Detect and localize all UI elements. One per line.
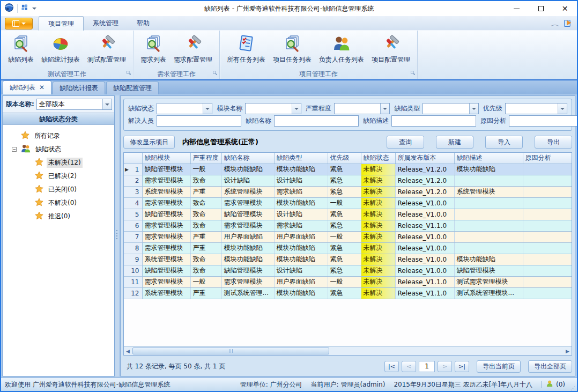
sidebar-splitter[interactable] bbox=[115, 95, 119, 376]
filter-select-caret-button[interactable] bbox=[558, 103, 567, 114]
grid-cell[interactable]: 一般 bbox=[190, 164, 221, 175]
grid-cell[interactable]: 紧急 bbox=[328, 209, 361, 220]
grid-cell[interactable]: 需求管理模块 bbox=[142, 231, 190, 242]
grid-cell[interactable]: 系统管理模块 bbox=[142, 186, 190, 197]
grid-cell[interactable] bbox=[523, 242, 572, 254]
grid-cell[interactable]: Release_V1.0.0 bbox=[395, 197, 454, 209]
ribbon-button-项目任务列表[interactable]: 项目任务列表 bbox=[269, 33, 315, 65]
scrollbar-thumb[interactable] bbox=[132, 347, 329, 354]
grid-cell[interactable]: Release_V1.0.0 bbox=[395, 209, 454, 220]
grid-cell[interactable]: 系统管理模块 bbox=[142, 287, 190, 299]
grid-cell[interactable]: 缺陷管理模块 bbox=[221, 209, 274, 220]
grid-row-3[interactable]: 3系统管理模块严重系统管理模块需求缺陷紧急未解决Release_V1.2.0系统… bbox=[124, 186, 572, 197]
tree-collapse-icon[interactable]: − bbox=[12, 147, 17, 152]
grid-cell[interactable]: 需求管理模块 bbox=[142, 242, 190, 254]
grid-cell[interactable] bbox=[523, 265, 572, 276]
grid-cell[interactable]: 紧急 bbox=[328, 220, 361, 231]
grid-cell[interactable]: 设计缺陷 bbox=[274, 209, 328, 220]
filter-input-缺陷名称[interactable] bbox=[274, 115, 359, 127]
version-select[interactable]: 全部版本 bbox=[36, 99, 112, 110]
grid-cell[interactable]: 需求管理模块 bbox=[221, 197, 274, 209]
grid-cell[interactable]: 未解决 bbox=[361, 231, 395, 242]
grid-cell[interactable]: 紧急 bbox=[328, 164, 361, 175]
grid-cell[interactable]: 用户界面缺陷 bbox=[274, 276, 328, 287]
grid-cell[interactable]: 需求管理模块 bbox=[142, 220, 190, 231]
dialog-launcher-icon[interactable] bbox=[213, 70, 218, 77]
grid-cell[interactable]: 未解决 bbox=[361, 164, 395, 175]
tree-item-所有记录[interactable]: 所有记录 bbox=[3, 129, 114, 143]
grid-cell[interactable]: 测试需求管理模块 bbox=[454, 276, 523, 287]
tab-close-icon[interactable]: ✕ bbox=[39, 81, 45, 94]
modify-columns-button[interactable]: 修改显示项目 bbox=[123, 136, 175, 149]
grid-cell[interactable]: 设计缺陷 bbox=[274, 265, 328, 276]
grid-cell[interactable]: 一般 bbox=[190, 276, 221, 287]
ribbon-collapse-icon[interactable]: ︿ bbox=[551, 20, 560, 28]
filter-select-严重程度[interactable] bbox=[334, 103, 390, 114]
grid-cell[interactable]: 模块功能缺陷 bbox=[274, 287, 328, 299]
grid-cell[interactable]: 致命 bbox=[190, 265, 221, 276]
grid-cell[interactable]: 严重 bbox=[190, 186, 221, 197]
grid-cell[interactable]: 致命 bbox=[190, 254, 221, 265]
grid-cell[interactable]: 模块功能缺陷 bbox=[221, 254, 274, 265]
row-header-cell[interactable]: 3 bbox=[124, 186, 142, 197]
grid-cell[interactable]: 紧急 bbox=[328, 242, 361, 254]
grid-row-11[interactable]: 11需求管理模块一般需求管理模块用户界面缺陷一般未解决Release_V1.1.… bbox=[124, 276, 572, 287]
grid-cell[interactable]: 设计缺陷 bbox=[274, 175, 328, 186]
grid-cell[interactable]: 系统管理模块 bbox=[454, 186, 523, 197]
close-button[interactable]: ✕ bbox=[553, 1, 577, 16]
grid-row-7[interactable]: 7需求管理模块严重用户界面缺陷用户界面缺陷一般未解决Release_V1.0.0 bbox=[124, 231, 572, 242]
grid-cell[interactable]: 需求缺陷 bbox=[274, 186, 328, 197]
grid-cell[interactable] bbox=[523, 175, 572, 186]
grid-row-12[interactable]: 12系统管理模块严重测试系统管理...模块功能缺陷紧急未解决Release_V1… bbox=[124, 287, 572, 299]
grid-cell[interactable]: 需求管理模块 bbox=[142, 197, 190, 209]
filter-select-caret-button[interactable] bbox=[469, 103, 478, 114]
row-header-cell[interactable]: 2 bbox=[124, 175, 142, 186]
query-button[interactable]: 查询 bbox=[387, 136, 424, 149]
grid-cell[interactable]: 严重 bbox=[190, 287, 221, 299]
grid-cell[interactable] bbox=[454, 242, 523, 254]
grid-cell[interactable]: 严重 bbox=[190, 231, 221, 242]
grid-cell[interactable]: 致命 bbox=[190, 220, 221, 231]
ribbon-tab-项目管理[interactable]: 项目管理 bbox=[39, 16, 84, 31]
grid-cell[interactable]: 未解决 bbox=[361, 254, 395, 265]
grid-cell[interactable] bbox=[523, 209, 572, 220]
row-header-cell[interactable]: 9 bbox=[124, 254, 142, 265]
tree-item-已解决(2)[interactable]: 已解决(2) bbox=[3, 169, 114, 183]
document-tab-缺陷统计报表[interactable]: 缺陷统计报表 bbox=[53, 82, 105, 94]
new-button[interactable]: 新建 bbox=[436, 136, 473, 149]
grid-cell[interactable] bbox=[523, 287, 572, 299]
ribbon-button-负责人任务列表[interactable]: 负责人任务列表 bbox=[315, 33, 368, 65]
grid-cell[interactable]: 需求管理模块 bbox=[142, 276, 190, 287]
grid-cell[interactable]: 需求缺陷 bbox=[274, 220, 328, 231]
grid-cell[interactable]: 严重 bbox=[190, 242, 221, 254]
grid-cell[interactable]: 模块功能缺陷 bbox=[454, 254, 523, 265]
grid-cell[interactable] bbox=[523, 197, 572, 209]
grid-column-header-优先级[interactable]: 优先级 bbox=[328, 153, 361, 164]
grid-cell[interactable]: 模块功能缺陷 bbox=[274, 164, 328, 175]
page-number-input[interactable] bbox=[419, 361, 435, 372]
grid-cell[interactable]: 模块功能缺陷 bbox=[221, 164, 274, 175]
grid-cell[interactable]: 未解决 bbox=[361, 186, 395, 197]
grid-cell[interactable]: 未解决 bbox=[361, 276, 395, 287]
grid-cell[interactable]: 一般 bbox=[328, 197, 361, 209]
grid-cell[interactable]: 未解决 bbox=[361, 287, 395, 299]
import-button[interactable]: 导入 bbox=[485, 136, 523, 149]
ribbon-button-需求列表[interactable]: 需求列表 bbox=[137, 33, 170, 65]
export-button[interactable]: 导出 bbox=[535, 136, 572, 149]
minimize-button[interactable] bbox=[505, 1, 529, 16]
ribbon-button-需求配置管理[interactable]: 需求配置管理 bbox=[170, 33, 216, 65]
version-select-caret-button[interactable] bbox=[102, 99, 112, 109]
grid-cell[interactable]: 一般 bbox=[328, 276, 361, 287]
grid-cell[interactable]: 缺陷管理模块 bbox=[142, 164, 190, 175]
export-all-pages-button[interactable]: 导出全部页 bbox=[528, 360, 572, 373]
grid-cell[interactable]: 一般 bbox=[328, 231, 361, 242]
grid-row-8[interactable]: 8需求管理模块严重模块功能缺陷模块功能缺陷紧急未解决Release_V1.0.0 bbox=[124, 242, 572, 254]
application-menu-button[interactable] bbox=[5, 18, 33, 29]
grid-row-1[interactable]: ▶1缺陷管理模块一般模块功能缺陷模块功能缺陷紧急未解决Release_V1.2.… bbox=[124, 164, 572, 175]
row-header-cell[interactable]: 4 bbox=[124, 197, 142, 209]
filter-select-缺陷状态[interactable] bbox=[157, 103, 212, 114]
row-header-cell[interactable]: 8 bbox=[124, 242, 142, 254]
grid-cell[interactable]: Release_V1.0.0 bbox=[395, 231, 454, 242]
grid-cell[interactable] bbox=[454, 220, 523, 231]
grid-cell[interactable]: Release_V1.2.0 bbox=[395, 164, 454, 175]
